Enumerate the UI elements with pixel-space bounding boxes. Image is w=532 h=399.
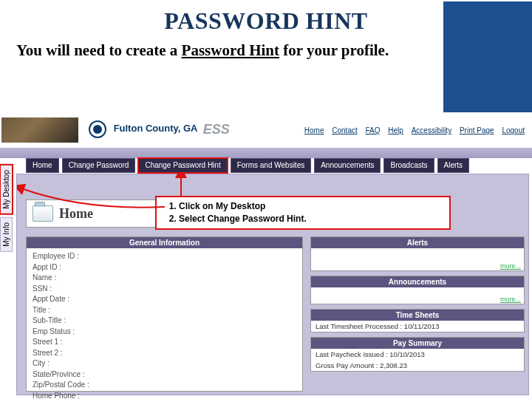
tab-alerts[interactable]: Alerts xyxy=(437,158,470,173)
tab-broadcasts[interactable]: Broadcasts xyxy=(383,158,434,173)
instruction-callout: Click on My Desktop Select Change Passwo… xyxy=(155,196,451,230)
brand-org: Fulton County, GA xyxy=(114,123,197,134)
tab-forms-websites[interactable]: Forms and Websites xyxy=(231,158,312,173)
field-title: Title : xyxy=(33,305,296,316)
home-label: Home xyxy=(59,206,93,222)
sidetab-my-info[interactable]: My Info xyxy=(0,217,13,252)
embedded-screenshot: Fulton County, GA ESS Home Contact FAQ H… xyxy=(0,115,532,399)
field-ssn: SSN : xyxy=(33,284,296,295)
panel-alerts: Alerts more... xyxy=(310,236,525,271)
link-home[interactable]: Home xyxy=(304,126,324,134)
field-name: Name : xyxy=(33,273,296,284)
link-contact[interactable]: Contact xyxy=(332,126,357,134)
field-zip: Zip/Postal Code : xyxy=(33,380,296,391)
tab-change-password-hint[interactable]: Change Password Hint xyxy=(138,158,227,173)
instruction-1: Click on My Desktop xyxy=(179,200,442,213)
link-accessibility[interactable]: Accessibility xyxy=(412,126,451,134)
field-employee-id: Employee ID : xyxy=(33,251,296,262)
banner-photo xyxy=(0,116,80,144)
panel-pay-summary: Pay Summary Last Paycheck Issued : 10/10… xyxy=(310,337,525,372)
pay-last-paycheck: Last Paycheck Issued : 10/10/2013 xyxy=(311,349,524,360)
pay-gross-amount: Gross Pay Amount : 2,308.23 xyxy=(311,360,524,371)
utility-links: Home Contact FAQ Help Accessibility Prin… xyxy=(301,126,528,134)
link-logout[interactable]: Logout xyxy=(502,126,525,134)
subtitle-post: for your profile. xyxy=(279,41,389,59)
field-city: City : xyxy=(33,358,296,369)
tab-announcements[interactable]: Announcements xyxy=(314,158,381,173)
panel-announcements-header: Announcements xyxy=(311,276,524,287)
brand-block: Fulton County, GA ESS xyxy=(89,120,230,138)
instruction-2: Select Change Password Hint. xyxy=(179,213,442,225)
announcements-more-link[interactable]: more... xyxy=(311,295,524,304)
panel-timesheets-header: Time Sheets xyxy=(311,310,524,321)
lavender-band xyxy=(0,148,532,158)
alerts-more-link[interactable]: more... xyxy=(311,262,524,270)
field-emp-status: Emp Status : xyxy=(33,327,296,338)
sidetab-my-desktop[interactable]: My Desktop xyxy=(0,165,13,214)
side-tabs: My Desktop My Info xyxy=(0,165,15,255)
decorative-blue-strip xyxy=(443,1,532,112)
link-faq[interactable]: FAQ xyxy=(366,126,381,134)
subtitle-underlined: Password Hint xyxy=(182,41,279,59)
field-street2: Street 2 : xyxy=(33,348,296,359)
field-street1: Street 1 : xyxy=(33,337,296,348)
general-fields: Employee ID : Appt ID : Name : SSN : App… xyxy=(27,248,302,399)
field-appt-id: Appt ID : xyxy=(33,262,296,273)
field-home-phone: Home Phone : xyxy=(33,391,296,400)
field-subtitle: Sub-Title : xyxy=(33,316,296,327)
main-tabbar: Home Change Password Change Password Hin… xyxy=(26,158,469,173)
panel-alerts-header: Alerts xyxy=(311,237,524,248)
panel-general-information: General Information Employee ID : Appt I… xyxy=(26,236,303,392)
brand-app: ESS xyxy=(203,122,230,137)
field-appt-date: Appt Date : xyxy=(33,294,296,305)
panel-pay-header: Pay Summary xyxy=(311,338,524,349)
subtitle-pre: You will need to create a xyxy=(16,41,182,59)
link-help[interactable]: Help xyxy=(388,126,403,134)
timesheets-last-processed: Last Timesheet Processed : 10/11/2013 xyxy=(311,321,524,332)
panel-general-header: General Information xyxy=(27,237,302,248)
tab-home[interactable]: Home xyxy=(26,158,59,173)
county-seal-icon xyxy=(89,120,106,138)
link-printpage[interactable]: Print Page xyxy=(460,126,494,134)
folder-icon xyxy=(33,205,53,222)
panel-announcements: Announcements more... xyxy=(310,276,525,304)
field-state: State/Province : xyxy=(33,369,296,381)
tab-change-password[interactable]: Change Password xyxy=(62,158,136,173)
panel-timesheets: Time Sheets Last Timesheet Processed : 1… xyxy=(310,309,525,332)
